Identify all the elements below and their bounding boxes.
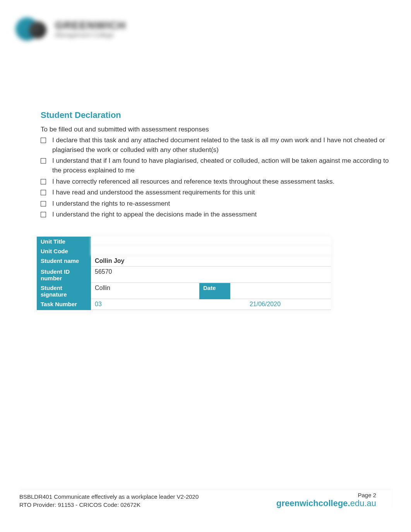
- logo-text-bottom: Management College: [55, 32, 126, 39]
- label-student-signature: Student signature: [37, 283, 91, 299]
- value-unit-title: [91, 237, 331, 246]
- value-student-id: 56570: [91, 267, 331, 283]
- logo-mark: [12, 12, 50, 46]
- checklist-item: I understand the right to appeal the dec…: [41, 210, 392, 220]
- value-task-number: 03: [91, 299, 199, 310]
- checklist-text: I understand the right to appeal the dec…: [52, 210, 392, 220]
- label-unit-code: Unit Code: [37, 246, 91, 256]
- footer-url: greenwichcollege.edu.au: [276, 498, 376, 508]
- label-student-id: Student ID number: [37, 267, 91, 283]
- label-student-name: Student name: [37, 256, 91, 267]
- checklist-text: I declare that this task and any attache…: [52, 136, 392, 155]
- checklist-item: I have read and understood the assessmen…: [41, 188, 392, 198]
- label-date: Date: [199, 283, 230, 299]
- value-date: 21/06/2020: [199, 299, 331, 310]
- footer-url-rest: edu.au: [350, 498, 376, 508]
- page-number: Page 2: [276, 492, 376, 498]
- value-student-name: Collin Joy: [91, 256, 331, 267]
- checklist-text: I understand the rights to re-assessment: [52, 199, 392, 209]
- label-unit-title: Unit Title: [37, 237, 91, 246]
- checklist-text: I have correctly referenced all resource…: [52, 177, 392, 187]
- checklist-item: I understand the rights to re-assessment: [41, 199, 392, 209]
- checkbox-icon[interactable]: [41, 138, 46, 143]
- checkbox-icon[interactable]: [41, 190, 46, 195]
- footer-url-bold: greenwichcollege.: [276, 498, 350, 508]
- checkbox-icon[interactable]: [41, 201, 46, 206]
- checklist-item: I understand that if I am found to have …: [41, 156, 392, 175]
- student-info-table: Unit Title Unit Code Student name Collin…: [37, 237, 331, 310]
- value-unit-code: [91, 246, 331, 256]
- checklist-item: I declare that this task and any attache…: [41, 136, 392, 155]
- checkbox-icon[interactable]: [41, 212, 46, 217]
- logo-text-top: GREENWICH: [55, 19, 126, 32]
- checklist-text: I understand that if I am found to have …: [52, 156, 392, 175]
- footer-right: Page 2 greenwichcollege.edu.au: [276, 492, 376, 508]
- checkbox-icon[interactable]: [41, 179, 46, 184]
- content: Student Declaration To be filled out and…: [41, 110, 392, 310]
- value-date-empty: [230, 283, 331, 299]
- checklist-text: I have read and understood the assessmen…: [52, 188, 392, 198]
- logo-text: GREENWICH Management College: [55, 19, 126, 39]
- checklist-item: I have correctly referenced all resource…: [41, 177, 392, 187]
- checkbox-icon[interactable]: [41, 158, 46, 164]
- value-student-signature: Collin: [91, 283, 199, 299]
- declaration-checklist: I declare that this task and any attache…: [41, 136, 392, 220]
- page-footer: BSBLDR401 Communicate effectively as a w…: [19, 490, 392, 509]
- label-task-number: Task Number: [37, 299, 91, 310]
- logo-area: GREENWICH Management College: [12, 8, 151, 50]
- intro-text: To be filled out and submitted with asse…: [41, 126, 392, 133]
- section-title: Student Declaration: [41, 110, 392, 120]
